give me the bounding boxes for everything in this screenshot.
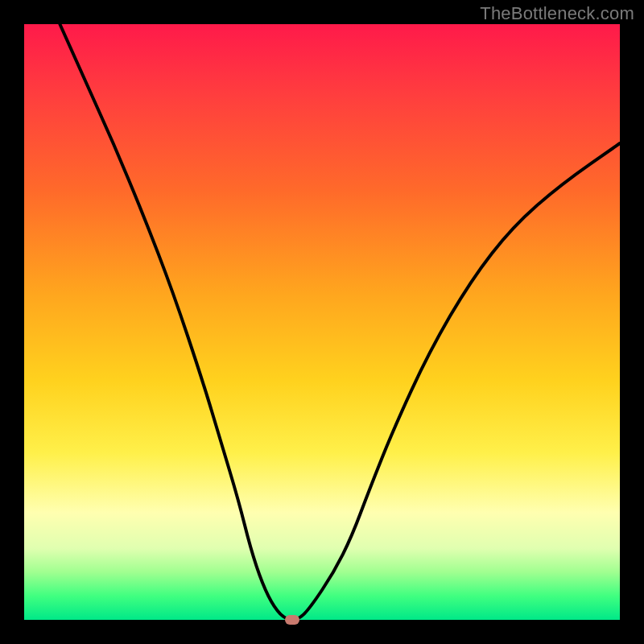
plot-area [24, 24, 620, 620]
bottleneck-curve [60, 24, 620, 620]
optimal-point-marker [285, 615, 299, 625]
watermark-text: TheBottleneck.com [480, 3, 634, 24]
curve-svg [24, 24, 620, 620]
chart-frame: TheBottleneck.com [0, 0, 644, 644]
